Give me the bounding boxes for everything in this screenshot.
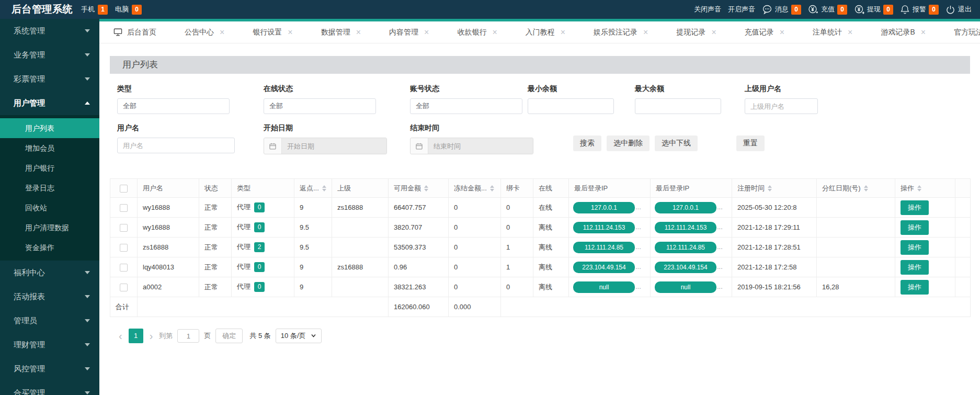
- min-balance-input[interactable]: [528, 98, 614, 114]
- tab-item[interactable]: 注单统计×: [799, 21, 867, 43]
- search-button[interactable]: 搜索: [573, 136, 601, 151]
- select-all-checkbox[interactable]: [120, 185, 128, 193]
- delete-selected-button[interactable]: 选中删除: [607, 136, 649, 151]
- per-page-select[interactable]: 10 条/页: [276, 329, 322, 343]
- sort-icon[interactable]: [424, 185, 428, 191]
- sidebar-item[interactable]: 资金操作: [0, 238, 99, 257]
- app-title: 后台管理系统: [12, 3, 73, 16]
- close-icon[interactable]: ×: [288, 28, 292, 37]
- close-icon[interactable]: ×: [220, 28, 224, 37]
- sidebar-group[interactable]: 系统管理: [0, 19, 99, 43]
- goto-page-input[interactable]: [177, 329, 199, 343]
- sidebar-item[interactable]: 增加会员: [0, 138, 99, 158]
- row-checkbox[interactable]: [120, 244, 128, 252]
- tab-item[interactable]: 公告中心×: [170, 21, 238, 43]
- sidebar-item[interactable]: 回收站: [0, 198, 99, 218]
- sort-icon[interactable]: [490, 185, 494, 191]
- close-icon[interactable]: ×: [711, 28, 716, 37]
- sidebar-group[interactable]: 彩票管理: [0, 67, 99, 91]
- tab-item[interactable]: 娱乐投注记录×: [579, 21, 662, 43]
- counter-recharge[interactable]: 充值0: [808, 4, 847, 15]
- row-checkbox[interactable]: [120, 224, 128, 232]
- sidebar-item[interactable]: 用户清理数据: [0, 218, 99, 238]
- start-date-input[interactable]: [282, 138, 386, 154]
- sidebar-group[interactable]: 用户管理: [0, 91, 99, 115]
- sidebar-item[interactable]: 用户银行: [0, 158, 99, 178]
- tab-item[interactable]: 内容管理×: [375, 21, 443, 43]
- cell-parent: zs16888: [332, 198, 389, 218]
- row-checkbox[interactable]: [120, 284, 128, 291]
- close-icon[interactable]: ×: [780, 28, 784, 37]
- sidebar-group[interactable]: 业务管理: [0, 43, 99, 67]
- close-icon[interactable]: ×: [921, 28, 926, 37]
- action-button[interactable]: 操作: [901, 220, 929, 235]
- sound-off-link[interactable]: 关闭声音: [694, 5, 721, 14]
- sidebar-item[interactable]: 登录日志: [0, 178, 99, 198]
- page-button-current[interactable]: 1: [129, 329, 143, 343]
- counter-label: 充值: [821, 5, 835, 14]
- sidebar-group[interactable]: 合买管理: [0, 381, 99, 395]
- username-input[interactable]: [117, 138, 235, 153]
- cell-ip1: 223.104.49.154...: [569, 257, 651, 277]
- parent-username-input[interactable]: [745, 98, 818, 114]
- row-checkbox[interactable]: [120, 264, 128, 272]
- sort-icon[interactable]: [917, 185, 921, 191]
- cell-dividend: [817, 198, 895, 218]
- tab-item[interactable]: 数据管理×: [307, 21, 375, 43]
- row-checkbox[interactable]: [120, 204, 128, 212]
- sidebar-group[interactable]: 管理员: [0, 309, 99, 333]
- confirm-button[interactable]: 确定: [215, 329, 243, 343]
- users-table: 用户名状态类型返点...上级可用金额冻结金额...绑卡在线最后登录IP最后登录I…: [110, 178, 971, 317]
- filter-label: 最大余额: [635, 84, 745, 94]
- close-icon[interactable]: ×: [424, 28, 429, 37]
- chevron-right-icon[interactable]: ›: [148, 329, 155, 343]
- sidebar-group[interactable]: 风控管理: [0, 357, 99, 381]
- counter-message[interactable]: 消息0: [762, 4, 801, 15]
- sidebar-group[interactable]: 理财管理: [0, 333, 99, 357]
- tab-item[interactable]: 提现记录×: [662, 21, 730, 43]
- offline-selected-button[interactable]: 选中下线: [655, 136, 698, 151]
- sidebar-item[interactable]: 用户列表: [0, 118, 99, 138]
- account-status-select[interactable]: 全部: [410, 98, 522, 114]
- cell-online: 在线: [533, 198, 569, 218]
- count-badge: 1: [98, 5, 108, 15]
- col-header-rebate: 返点...: [294, 179, 332, 198]
- action-button[interactable]: 操作: [901, 260, 929, 275]
- type-select[interactable]: 全部: [117, 98, 230, 114]
- table-row: wy16888正常代理09.53820.70700离线112.111.24.15…: [110, 218, 971, 238]
- chevron-left-icon[interactable]: ‹: [117, 329, 124, 343]
- sort-icon[interactable]: [768, 185, 772, 191]
- ip-badge: 127.0.0.1: [573, 202, 635, 213]
- tab-home[interactable]: 后台首页: [99, 21, 170, 43]
- logout-button[interactable]: 退出: [945, 5, 972, 15]
- close-icon[interactable]: ×: [848, 28, 852, 37]
- close-icon[interactable]: ×: [356, 28, 361, 37]
- cell-username: a0002: [138, 277, 199, 297]
- cell-ip2: 127.0.0.1...: [651, 198, 732, 218]
- reset-button[interactable]: 重置: [736, 136, 765, 151]
- action-button[interactable]: 操作: [901, 280, 929, 295]
- action-button[interactable]: 操作: [901, 200, 929, 215]
- tab-item[interactable]: 入门教程×: [511, 21, 579, 43]
- close-icon[interactable]: ×: [561, 28, 565, 37]
- end-date-input[interactable]: [428, 138, 533, 154]
- counter-withdraw[interactable]: 提现0: [854, 4, 893, 15]
- sidebar-group[interactable]: 活动报表: [0, 285, 99, 309]
- counter-alarm[interactable]: 报警0: [900, 4, 939, 15]
- sort-icon[interactable]: [864, 185, 868, 191]
- sort-icon[interactable]: [322, 185, 326, 191]
- device-status: 手机1: [81, 5, 108, 15]
- action-button[interactable]: 操作: [901, 240, 929, 255]
- tab-item[interactable]: 充值记录×: [731, 21, 799, 43]
- tab-item[interactable]: 银行设置×: [238, 21, 306, 43]
- tab-item[interactable]: 收款银行×: [443, 21, 511, 43]
- tab-item[interactable]: 游戏记录B×: [867, 21, 940, 43]
- online-status-select[interactable]: 全部: [264, 98, 376, 114]
- max-balance-input[interactable]: [635, 98, 721, 114]
- sidebar-group-label: 活动报表: [14, 292, 85, 302]
- close-icon[interactable]: ×: [643, 28, 648, 37]
- close-icon[interactable]: ×: [492, 28, 497, 37]
- sound-on-link[interactable]: 开启声音: [728, 5, 755, 14]
- sidebar-group[interactable]: 福利中心: [0, 261, 99, 285]
- tab-item[interactable]: 官方玩法×: [940, 21, 980, 43]
